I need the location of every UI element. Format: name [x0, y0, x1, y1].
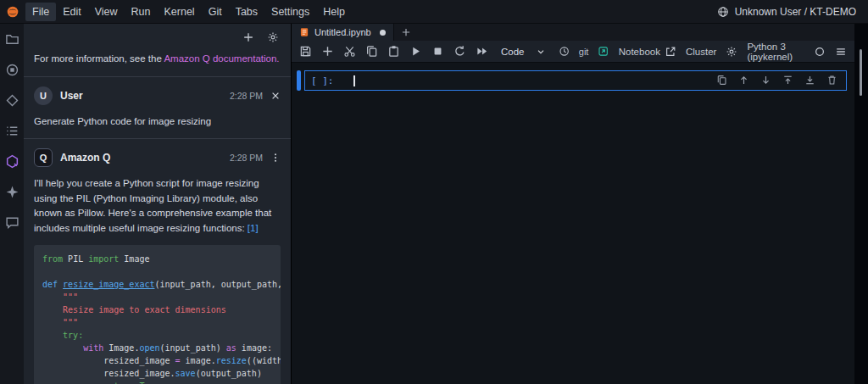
save-icon[interactable]	[299, 45, 312, 58]
amazon-q-doc-link[interactable]: Amazon Q documentation.	[164, 53, 279, 64]
assistant-message: Q Amazon Q 2:28 PM I'll help you create …	[24, 139, 291, 384]
kebab-menu-icon[interactable]	[270, 153, 281, 163]
notebook[interactable]: Notebook	[619, 46, 676, 58]
user-avatar: U	[34, 86, 53, 105]
user-label: Unknown User / KT-DEMO	[735, 6, 856, 18]
history-icon[interactable]	[559, 45, 570, 58]
insert-below-icon[interactable]	[804, 75, 815, 86]
cluster[interactable]: Cluster	[686, 47, 716, 57]
notebook-icon	[299, 27, 309, 37]
paste-icon[interactable]	[387, 45, 400, 58]
cell-prompt: [ ]:	[311, 75, 353, 86]
move-down-icon[interactable]	[760, 75, 771, 86]
run-icon[interactable]	[409, 45, 422, 58]
menu-tabs[interactable]: Tabs	[229, 3, 264, 21]
cluster-label: Cluster	[686, 47, 716, 57]
citation-link[interactable]: [1]	[248, 223, 259, 233]
text-cursor	[353, 75, 355, 86]
menu-icon	[835, 46, 847, 58]
amazon-q-panel: For more information, see the Amazon Q d…	[24, 24, 292, 384]
menu-view[interactable]: View	[88, 3, 125, 21]
restart-icon[interactable]	[453, 45, 466, 58]
unsaved-changes-indicator[interactable]	[380, 30, 386, 36]
chevron-down-icon	[536, 47, 546, 57]
kernel-status[interactable]	[814, 46, 826, 58]
left-sidebar-rail	[0, 24, 24, 384]
chat-intro: For more information, see the Amazon Q d…	[24, 46, 291, 76]
menu-items: FileEditViewRunKernelGitTabsSettingsHelp	[25, 3, 352, 21]
notebook-body[interactable]: [ ]:	[292, 63, 854, 384]
cell-toolbar	[716, 75, 837, 86]
launcher-icon[interactable]	[5, 93, 19, 108]
toolbar-left-icons	[299, 45, 488, 58]
menu-bar: FileEditViewRunKernelGitTabsSettingsHelp…	[0, 0, 868, 24]
user-message-time: 2:28 PM	[230, 91, 263, 101]
menu-git[interactable]: Git	[202, 3, 229, 21]
extensions-icon[interactable]	[5, 185, 19, 199]
commands[interactable]	[835, 46, 847, 58]
user-name: User	[60, 90, 83, 102]
add-icon[interactable]	[321, 45, 334, 58]
menu-help[interactable]: Help	[316, 3, 352, 21]
cell-type-dropdown[interactable]: Code	[501, 47, 546, 57]
circle-icon	[814, 46, 826, 58]
open-studio-icon[interactable]	[598, 45, 609, 58]
menu-settings[interactable]: Settings	[264, 3, 316, 21]
insert-above-icon[interactable]	[782, 75, 793, 86]
notebook-label: Notebook	[619, 47, 660, 57]
main-area: Untitled.ipynb Code git NotebookClusterP…	[292, 24, 854, 384]
notebook-toolbar: Code git NotebookClusterPython 3 (ipyker…	[292, 41, 854, 63]
app-body: For more information, see the Amazon Q d…	[0, 24, 868, 384]
toc-icon[interactable]	[5, 124, 19, 138]
chat-intro-text: For more information, see the	[34, 53, 164, 64]
running-icon[interactable]	[5, 63, 19, 77]
assistant-message-time: 2:28 PM	[230, 153, 263, 163]
fast-forward-icon[interactable]	[476, 45, 488, 58]
tab-title: Untitled.ipynb	[314, 27, 371, 37]
user-message: U User 2:28 PM Generate Python code for …	[24, 77, 291, 138]
toolbar-right-group: NotebookClusterPython 3 (ipykernel)	[619, 42, 847, 62]
chat-icon[interactable]	[5, 215, 19, 230]
scrollbar-thumb[interactable]	[860, 49, 862, 96]
amazon-q-avatar: Q	[34, 148, 53, 167]
kernel-label: Python 3 (ipykernel)	[747, 42, 804, 62]
cell-type-value: Code	[501, 47, 525, 57]
external-link-icon	[665, 46, 676, 58]
jupyterlab-logo-icon[interactable]	[0, 5, 25, 19]
plus-icon	[401, 27, 411, 37]
stop-icon[interactable]	[431, 45, 444, 58]
assistant-name: Amazon Q	[60, 152, 110, 164]
right-sidebar-strip	[854, 24, 868, 384]
assistant-message-text: I'll help you create a Python script for…	[34, 176, 281, 237]
cut-icon[interactable]	[343, 45, 356, 58]
user-area[interactable]: Unknown User / KT-DEMO	[717, 6, 868, 18]
duplicate-icon[interactable]	[716, 75, 727, 86]
code-block: from PIL import Image def resize_image_e…	[34, 245, 281, 384]
tab-bar: Untitled.ipynb	[292, 24, 854, 41]
amazon-q-icon[interactable]	[5, 154, 19, 169]
cell-editor[interactable]: [ ]:	[304, 70, 847, 91]
new-chat-button[interactable]	[242, 31, 254, 43]
kernel[interactable]: Python 3 (ipykernel)	[747, 42, 804, 62]
chat-settings-button[interactable]	[267, 31, 279, 43]
tab-untitled-ipynb[interactable]: Untitled.ipynb	[292, 24, 394, 41]
menu-edit[interactable]: Edit	[56, 3, 88, 21]
copy-icon[interactable]	[365, 45, 378, 58]
new-tab-button[interactable]	[394, 24, 418, 41]
git-label[interactable]: git	[579, 47, 589, 57]
jupyterlab-window: FileEditViewRunKernelGitTabsSettingsHelp…	[0, 0, 868, 384]
cell-collapser[interactable]	[297, 70, 301, 91]
menu-kernel[interactable]: Kernel	[158, 3, 202, 21]
close-icon[interactable]	[270, 91, 281, 101]
chat-panel-header	[24, 24, 291, 46]
folder-icon[interactable]	[5, 32, 19, 47]
code-cell[interactable]: [ ]:	[297, 70, 847, 91]
move-up-icon[interactable]	[738, 75, 749, 86]
globe-icon	[717, 6, 729, 18]
menu-run[interactable]: Run	[125, 3, 158, 21]
delete-icon[interactable]	[826, 75, 837, 86]
user-message-text: Generate Python code for image resizing	[34, 114, 281, 130]
cluster-settings[interactable]	[726, 46, 737, 58]
menu-file[interactable]: File	[25, 3, 56, 21]
gear-icon	[726, 46, 737, 58]
